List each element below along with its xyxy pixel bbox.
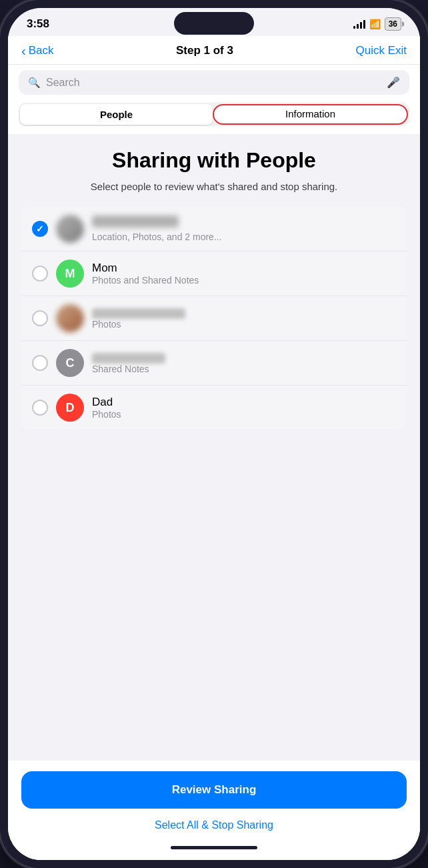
page-subtitle: Select people to review what's shared an… (21, 179, 407, 193)
person-name-blurred (92, 215, 179, 228)
person-detail: Photos (92, 409, 396, 420)
quick-exit-button[interactable]: Quick Exit (355, 44, 407, 57)
screen: 3:58 📶 36 ‹ Back Step 1 of 3 (8, 8, 420, 860)
stop-all-sharing-button[interactable]: Select All & Stop Sharing (21, 817, 407, 834)
avatar: M (56, 260, 84, 288)
search-bar[interactable]: 🔍 Search 🎤 (19, 70, 409, 95)
main-content: Sharing with People Select people to rev… (8, 134, 420, 761)
person-detail: Shared Notes (92, 364, 396, 374)
radio-button[interactable] (32, 266, 48, 282)
people-list: ✓ Location, Photos, and 2 more... M (21, 207, 407, 430)
list-item[interactable]: Photos (21, 296, 407, 341)
person-detail: Photos and Shared Notes (92, 275, 396, 286)
list-item[interactable]: ✓ Location, Photos, and 2 more... (21, 207, 407, 252)
battery-icon: 36 (385, 17, 401, 31)
tab-people[interactable]: People (20, 104, 213, 125)
radio-button[interactable] (32, 400, 48, 416)
person-info: Dad Photos (92, 396, 396, 420)
phone-frame: 3:58 📶 36 ‹ Back Step 1 of 3 (0, 0, 428, 868)
person-name: Mom (92, 262, 396, 275)
microphone-icon[interactable]: 🎤 (387, 76, 400, 89)
list-item[interactable]: M Mom Photos and Shared Notes (21, 252, 407, 296)
person-info: Mom Photos and Shared Notes (92, 262, 396, 286)
home-indicator (8, 841, 420, 860)
segment-control: People Information (19, 103, 409, 126)
person-detail: Location, Photos, and 2 more... (92, 232, 396, 242)
search-container: 🔍 Search 🎤 (8, 65, 420, 100)
avatar (56, 304, 84, 332)
content-area: ‹ Back Step 1 of 3 Quick Exit 🔍 Search 🎤… (8, 36, 420, 860)
tab-information[interactable]: Information (213, 104, 408, 125)
person-detail: Photos (92, 319, 396, 330)
list-item[interactable]: D Dad Photos (21, 386, 407, 430)
dynamic-island (174, 12, 254, 35)
check-icon: ✓ (36, 224, 44, 234)
list-item[interactable]: C Shared Notes (21, 341, 407, 386)
page-title: Sharing with People (21, 147, 407, 173)
person-name: Dad (92, 396, 396, 409)
person-name-blurred (92, 353, 165, 364)
bottom-actions: Review Sharing Select All & Stop Sharing (8, 761, 420, 841)
person-info: Shared Notes (92, 352, 396, 374)
wifi-icon: 📶 (369, 19, 381, 29)
avatar: D (56, 394, 84, 422)
back-button[interactable]: ‹ Back (21, 44, 53, 57)
nav-title: Step 1 of 3 (176, 44, 233, 57)
search-input[interactable]: Search (46, 77, 381, 89)
radio-button[interactable] (32, 310, 48, 326)
person-name-blurred (92, 308, 185, 319)
person-info: Location, Photos, and 2 more... (92, 215, 396, 242)
status-time: 3:58 (27, 17, 49, 31)
review-sharing-button[interactable]: Review Sharing (21, 771, 407, 809)
radio-button[interactable] (32, 355, 48, 371)
avatar: C (56, 349, 84, 377)
home-bar (171, 846, 257, 849)
back-label: Back (29, 44, 54, 57)
chevron-left-icon: ‹ (21, 44, 26, 57)
person-info: Photos (92, 307, 396, 330)
radio-button[interactable]: ✓ (32, 221, 48, 237)
status-icons: 📶 36 (353, 17, 401, 31)
search-icon: 🔍 (28, 77, 41, 89)
avatar (56, 215, 84, 243)
signal-bars-icon (353, 19, 365, 29)
nav-bar: ‹ Back Step 1 of 3 Quick Exit (8, 36, 420, 65)
